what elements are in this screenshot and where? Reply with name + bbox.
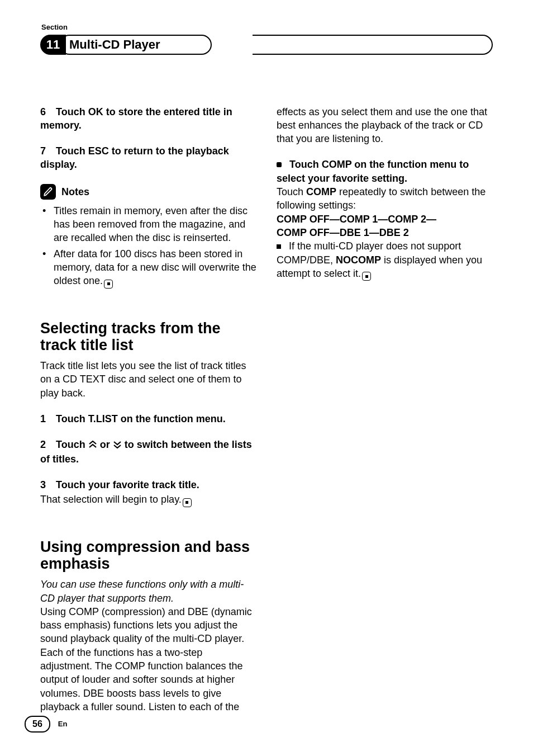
notes-heading: Notes bbox=[40, 184, 256, 200]
page-footer: 56 En bbox=[25, 716, 67, 733]
title-pill: 11 Multi-CD Player bbox=[40, 35, 212, 55]
step-6-text: Touch OK to store the entered title in m… bbox=[40, 106, 232, 131]
selecting-tracks-intro: Track title list lets you see the list o… bbox=[40, 359, 256, 400]
page-header: 11 Multi-CD Player bbox=[40, 35, 493, 55]
step-2-text-b: or bbox=[97, 439, 113, 450]
note-item: Titles remain in memory, even after the … bbox=[54, 204, 256, 245]
note-item: After data for 100 discs has been stored… bbox=[54, 247, 256, 289]
comp-sequence-line-2: COMP OFF—DBE 1—DBE 2 bbox=[277, 226, 493, 239]
compression-body-continued: effects as you select them and use the o… bbox=[277, 105, 493, 146]
notes-label: Notes bbox=[61, 185, 89, 199]
comp-instruction-head: Touch COMP on the function menu to selec… bbox=[277, 158, 493, 185]
note-item-text: After data for 100 discs has been stored… bbox=[54, 248, 256, 287]
section-number-badge: 11 bbox=[40, 35, 66, 55]
step-2: 2Touch or to switch between the lists of… bbox=[40, 438, 256, 466]
chevron-down-icon bbox=[113, 438, 122, 452]
section-label: Section bbox=[41, 22, 493, 32]
end-of-section-icon bbox=[183, 498, 192, 507]
notes-list: Titles remain in memory, even after the … bbox=[40, 204, 256, 289]
step-7: 7Touch ESC to return to the playback dis… bbox=[40, 144, 256, 172]
heading-selecting-tracks: Selecting tracks from the track title li… bbox=[40, 320, 256, 353]
chevron-up-icon bbox=[88, 438, 97, 452]
heading-compression: Using compression and bass emphasis bbox=[40, 538, 256, 572]
step-3: 3Touch your favorite track title. bbox=[40, 478, 256, 492]
step-3-text: Touch your favorite track title. bbox=[56, 479, 199, 490]
pencil-icon bbox=[40, 184, 56, 200]
header-right-pill bbox=[253, 35, 493, 55]
step-7-text: Touch ESC to return to the playback disp… bbox=[40, 145, 229, 170]
nocomp-label: NOCOMP bbox=[336, 254, 381, 266]
comp-note: If the multi-CD player does not support … bbox=[277, 239, 493, 281]
compression-body: Using COMP (compression) and DBE (dynami… bbox=[40, 605, 256, 714]
left-column: 6Touch OK to store the entered title in … bbox=[40, 105, 256, 714]
bullet-icon bbox=[277, 162, 282, 167]
compression-condition: You can use these functions only with a … bbox=[40, 578, 256, 605]
step-6: 6Touch OK to store the entered title in … bbox=[40, 105, 256, 133]
page-number: 56 bbox=[25, 716, 50, 733]
language-label: En bbox=[58, 719, 68, 729]
step-1-text: Touch T.LIST on the function menu. bbox=[56, 413, 226, 424]
comp-instruction-body: Touch COMP repeatedly to switch between … bbox=[277, 185, 493, 212]
step-2-text-a: Touch bbox=[56, 439, 88, 450]
right-column: effects as you select them and use the o… bbox=[277, 105, 493, 714]
step-1: 1Touch T.LIST on the function menu. bbox=[40, 412, 256, 426]
comp-label: COMP bbox=[306, 186, 336, 197]
end-of-section-icon bbox=[104, 280, 113, 289]
comp-sequence-line-1: COMP OFF—COMP 1—COMP 2— bbox=[277, 212, 493, 226]
end-of-section-icon bbox=[362, 272, 371, 281]
page-title: Multi-CD Player bbox=[59, 35, 212, 55]
square-bullet-icon bbox=[277, 244, 281, 249]
step-3-body: That selection will begin to play. bbox=[40, 493, 256, 507]
